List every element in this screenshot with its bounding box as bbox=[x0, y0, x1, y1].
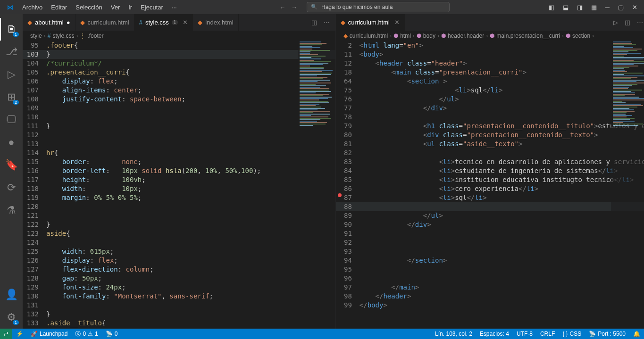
run-icon[interactable]: ▷ bbox=[613, 19, 618, 26]
code-line[interactable]: 106 display: flex; bbox=[23, 77, 335, 86]
explorer-icon[interactable]: 🗎1 bbox=[0, 18, 23, 41]
minimap-left[interactable] bbox=[298, 41, 335, 329]
code-line[interactable]: 114hr{ bbox=[23, 149, 335, 157]
sb-eol[interactable]: CRLF bbox=[536, 331, 559, 337]
editor-tab[interactable]: ◆curriculum.html bbox=[75, 14, 134, 31]
editor-tab[interactable]: ◆curriculum.html✕ bbox=[336, 14, 405, 31]
code-line[interactable]: 11<body> bbox=[336, 50, 644, 59]
nav-forward-icon[interactable]: → bbox=[291, 4, 297, 11]
remote-indicator[interactable]: ⇄ bbox=[0, 329, 12, 339]
layout-left-icon[interactable]: ◧ bbox=[549, 4, 554, 11]
sb-sync[interactable]: ⚡ bbox=[12, 331, 27, 337]
code-line[interactable]: 99</body> bbox=[336, 301, 644, 310]
code-line[interactable]: 129 font-size: 24px; bbox=[23, 283, 335, 292]
code-line[interactable]: 85 <li>institucion educativa institugto … bbox=[336, 175, 644, 184]
menu-item[interactable]: Editar bbox=[47, 2, 71, 13]
code-line[interactable]: 105.presentacion__curri{ bbox=[23, 68, 335, 77]
code-line[interactable]: 77 </div> bbox=[336, 104, 644, 113]
bookmark-icon[interactable]: 🔖 bbox=[0, 154, 23, 176]
code-line[interactable]: 89 </ul> bbox=[336, 211, 644, 220]
code-line[interactable]: 92 bbox=[336, 238, 644, 247]
code-line[interactable]: 2<html lang="en"> bbox=[336, 41, 644, 50]
mongodb-icon[interactable]: ● bbox=[0, 131, 23, 154]
sb-indentation[interactable]: Espacios: 4 bbox=[476, 331, 513, 337]
code-line[interactable]: 122} bbox=[23, 220, 335, 229]
code-editor-left[interactable]: 95.footer{103}104/*curriculum*/105.prese… bbox=[23, 41, 335, 329]
breadcrumb-item[interactable]: .footer bbox=[87, 33, 103, 39]
menu-item[interactable]: ··· bbox=[168, 2, 181, 13]
command-center[interactable]: Haga lo que hicimos en aula bbox=[307, 2, 450, 12]
sb-cursor-position[interactable]: Lín. 103, col. 2 bbox=[431, 331, 476, 337]
remote-explorer-icon[interactable]: 🖵 bbox=[0, 108, 23, 131]
code-line[interactable]: 80 <div class="presentacion__contenido__… bbox=[336, 131, 644, 140]
code-line[interactable]: 103} bbox=[23, 50, 335, 59]
more-actions-icon[interactable]: ⋯ bbox=[637, 19, 643, 26]
code-editor-right[interactable]: 2<html lang="en">11<body>12 <header clas… bbox=[336, 41, 644, 329]
code-line[interactable]: 117 height: 100vh; bbox=[23, 175, 335, 184]
breadcrumb-right[interactable]: ◆ curriculum.html ›⬢ html ›⬢ body ›⬢ hea… bbox=[336, 31, 644, 41]
breadcrumb-item[interactable]: style.css bbox=[52, 33, 74, 39]
breadcrumb-item[interactable]: section bbox=[572, 33, 590, 39]
editor-tab[interactable]: ◆about.html● bbox=[23, 14, 75, 31]
code-line[interactable]: 75 <li>sql</li> bbox=[336, 86, 644, 95]
test-icon[interactable]: ⚗ bbox=[0, 199, 23, 222]
breadcrumb-item[interactable]: html bbox=[400, 33, 411, 39]
code-line[interactable]: 95 bbox=[336, 265, 644, 274]
breadcrumb-item[interactable]: curriculum.html bbox=[350, 33, 388, 39]
sb-notifications[interactable]: 🔔 bbox=[629, 331, 644, 337]
code-line[interactable]: 78 bbox=[336, 113, 644, 122]
breadcrumb-item[interactable]: header.header bbox=[448, 33, 484, 39]
code-line[interactable]: 86 <li>cero experiencia</li> bbox=[336, 184, 644, 193]
settings-icon[interactable]: ⚙1 bbox=[0, 306, 23, 329]
code-line[interactable]: 87 <li>sql</li> bbox=[336, 193, 644, 202]
code-line[interactable]: 82 bbox=[336, 149, 644, 157]
menu-item[interactable]: Ver bbox=[107, 2, 124, 13]
breadcrumb-item[interactable]: style bbox=[30, 33, 42, 39]
code-line[interactable]: 133.aside__titulo{ bbox=[23, 319, 335, 328]
code-line[interactable]: 91 bbox=[336, 229, 644, 238]
sb-problems[interactable]: ⓧ 0 ⚠ 1 bbox=[71, 330, 101, 338]
code-line[interactable]: 131 bbox=[23, 301, 335, 310]
code-line[interactable]: 98 </header> bbox=[336, 292, 644, 301]
sb-ports[interactable]: 📡 0 bbox=[102, 331, 122, 337]
source-control-icon[interactable]: ⎇ bbox=[0, 41, 23, 63]
extensions-icon[interactable]: ⊞2 bbox=[0, 86, 23, 108]
breadcrumb-left[interactable]: style › # style.css › ⋮ .footer bbox=[23, 31, 335, 41]
code-line[interactable]: 123aside{ bbox=[23, 229, 335, 238]
layout-grid-icon[interactable]: ▦ bbox=[591, 4, 597, 11]
code-line[interactable]: 120 bbox=[23, 202, 335, 211]
run-debug-icon[interactable]: ▷ bbox=[0, 63, 23, 86]
code-line[interactable]: 97 </main> bbox=[336, 283, 644, 292]
accounts-icon[interactable]: 👤 bbox=[0, 283, 23, 306]
code-line[interactable]: 94 </section> bbox=[336, 256, 644, 265]
minimize-icon[interactable]: ─ bbox=[605, 4, 610, 11]
code-line[interactable]: 104/*curriculum*/ bbox=[23, 59, 335, 68]
breadcrumb-item[interactable]: body bbox=[423, 33, 435, 39]
code-line[interactable]: 79 <h1 class="presentacion__contenido__t… bbox=[336, 122, 644, 131]
code-line[interactable]: 111} bbox=[23, 122, 335, 131]
code-line[interactable]: 95.footer{ bbox=[23, 41, 335, 50]
code-line[interactable]: 113 bbox=[23, 140, 335, 149]
code-line[interactable]: 107 align-items: center; bbox=[23, 86, 335, 95]
code-line[interactable]: 110 bbox=[23, 113, 335, 122]
menu-item[interactable]: Selección bbox=[72, 2, 106, 13]
timeline-icon[interactable]: ⟳ bbox=[0, 176, 23, 199]
nav-back-icon[interactable]: ← bbox=[279, 4, 285, 11]
sb-language[interactable]: { } CSS bbox=[559, 331, 585, 337]
maximize-icon[interactable]: ▢ bbox=[618, 4, 624, 11]
sb-launchpad[interactable]: 🚀 Launchpad bbox=[27, 331, 71, 337]
minimap-right[interactable] bbox=[611, 41, 644, 329]
code-line[interactable]: 81 <ul class="aside__texto"> bbox=[336, 140, 644, 149]
code-line[interactable]: 108 justify-content: space-between; bbox=[23, 95, 335, 104]
code-line[interactable]: 90 </div> bbox=[336, 220, 644, 229]
code-line[interactable]: 127 flex-direction: column; bbox=[23, 265, 335, 274]
code-line[interactable]: 84 <li>estudiante de ingenieria de siste… bbox=[336, 166, 644, 175]
sb-live-server[interactable]: 📡 Port : 5500 bbox=[585, 331, 629, 337]
code-line[interactable]: 12 <header class="header"> bbox=[336, 59, 644, 68]
code-line[interactable]: 115 border: none; bbox=[23, 157, 335, 166]
layout-right-icon[interactable]: ◨ bbox=[577, 4, 583, 11]
code-line[interactable]: 93 bbox=[336, 247, 644, 256]
menu-item[interactable]: Archivo bbox=[18, 2, 46, 13]
code-line[interactable]: 18 <main class="presentacion__curri"> bbox=[336, 68, 644, 77]
code-line[interactable]: 125 width: 615px; bbox=[23, 247, 335, 256]
